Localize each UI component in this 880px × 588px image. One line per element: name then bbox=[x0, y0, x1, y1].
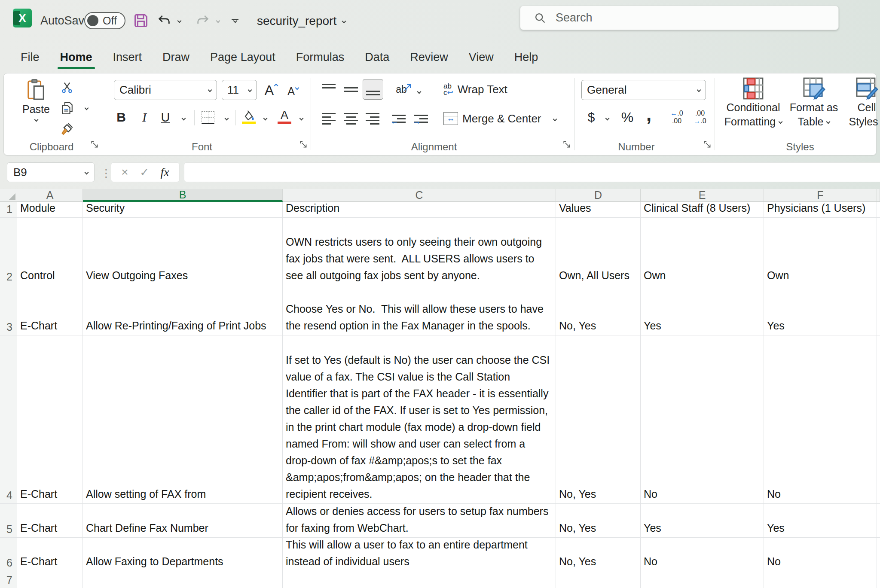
align-center-button[interactable] bbox=[342, 110, 360, 127]
cell-f7[interactable] bbox=[764, 571, 877, 588]
orientation-button[interactable]: ab bbox=[390, 80, 412, 99]
underline-button[interactable]: U bbox=[157, 108, 174, 126]
cell-a7[interactable] bbox=[17, 571, 83, 588]
column-header-d[interactable]: D bbox=[556, 189, 641, 202]
cell-b4[interactable]: Allow setting of FAX from bbox=[83, 335, 283, 504]
font-name-combo[interactable]: Calibri bbox=[114, 80, 217, 100]
borders-dropdown[interactable] bbox=[221, 113, 232, 124]
save-button[interactable] bbox=[131, 10, 150, 31]
accounting-format-button[interactable]: $ bbox=[583, 108, 600, 126]
merge-center-button[interactable]: ↔ Merge & Center bbox=[443, 109, 541, 128]
row-number[interactable]: 5 bbox=[0, 504, 17, 538]
insert-function-button[interactable]: fx bbox=[160, 165, 169, 179]
cell-a1[interactable]: Module bbox=[17, 202, 83, 218]
cell-f3[interactable]: Yes bbox=[764, 285, 877, 335]
bold-button[interactable]: B bbox=[113, 108, 130, 126]
cell-f1[interactable]: Physicians (1 Users) bbox=[764, 202, 877, 218]
decrease-decimal-button[interactable]: .00→.0 bbox=[689, 108, 711, 126]
name-box[interactable]: B9 bbox=[7, 162, 95, 182]
tab-draw[interactable]: Draw bbox=[162, 45, 190, 70]
cell-d2[interactable]: Own, All Users bbox=[556, 218, 641, 285]
cell-d1[interactable]: Values bbox=[556, 202, 641, 218]
row-number[interactable]: 1 bbox=[0, 202, 17, 218]
cell-b2[interactable]: View Outgoing Faxes bbox=[83, 218, 283, 285]
cell-e7[interactable] bbox=[641, 571, 764, 588]
tab-insert[interactable]: Insert bbox=[112, 45, 143, 70]
increase-decimal-button[interactable]: ←.0.00 bbox=[666, 108, 688, 126]
number-dialog-launcher[interactable] bbox=[704, 141, 712, 149]
paste-button[interactable]: Paste bbox=[21, 78, 52, 121]
conditional-formatting-button[interactable]: Conditional Formatting bbox=[722, 76, 785, 129]
format-as-table-button[interactable]: Format as Table bbox=[785, 76, 842, 129]
cell-d6[interactable]: No, Yes bbox=[556, 538, 641, 571]
cell-d3[interactable]: No, Yes bbox=[556, 285, 641, 335]
column-header-e[interactable]: E bbox=[641, 189, 764, 202]
cell-e3[interactable]: Yes bbox=[641, 285, 764, 335]
cell-e1[interactable]: Clinical Staff (8 Users) bbox=[641, 202, 764, 218]
font-dialog-launcher[interactable] bbox=[300, 141, 308, 149]
formula-input[interactable] bbox=[184, 162, 880, 182]
tab-help[interactable]: Help bbox=[513, 45, 539, 70]
decrease-indent-button[interactable]: ← bbox=[389, 110, 408, 127]
cell-d7[interactable] bbox=[556, 571, 641, 588]
tab-page-layout[interactable]: Page Layout bbox=[209, 45, 276, 70]
column-header-f[interactable]: F bbox=[764, 189, 877, 202]
quick-access-toolbar-button[interactable] bbox=[228, 10, 242, 31]
cell-b7[interactable] bbox=[83, 571, 283, 588]
cancel-button[interactable]: × bbox=[121, 165, 128, 179]
fill-color-dropdown[interactable] bbox=[260, 113, 271, 124]
formula-bar-handle[interactable]: ⋮ bbox=[101, 167, 112, 180]
cut-button[interactable] bbox=[58, 80, 76, 95]
font-color-button[interactable]: A bbox=[275, 107, 294, 126]
row-number[interactable]: 3 bbox=[0, 285, 17, 335]
align-left-button[interactable] bbox=[320, 110, 338, 127]
font-size-combo[interactable]: 11 bbox=[222, 80, 257, 100]
percent-style-button[interactable]: % bbox=[618, 108, 637, 126]
redo-dropdown[interactable] bbox=[212, 10, 223, 31]
bottom-align-button[interactable] bbox=[363, 79, 383, 100]
fill-color-button[interactable] bbox=[239, 107, 259, 126]
cell-a4[interactable]: E-Chart bbox=[17, 335, 83, 504]
cell-c3[interactable]: Choose Yes or No. This will allow these … bbox=[283, 285, 556, 335]
cell-f2[interactable]: Own bbox=[764, 218, 877, 285]
redo-button[interactable] bbox=[193, 10, 212, 31]
tab-home[interactable]: Home bbox=[59, 45, 93, 70]
cell-c1[interactable]: Description bbox=[283, 202, 556, 218]
cell-f6[interactable]: No bbox=[764, 538, 877, 571]
borders-button[interactable] bbox=[199, 109, 217, 126]
cell-b6[interactable]: Allow Faxing to Departments bbox=[83, 538, 283, 571]
top-align-button[interactable] bbox=[320, 81, 338, 98]
underline-dropdown[interactable] bbox=[178, 113, 189, 124]
tab-view[interactable]: View bbox=[468, 45, 495, 70]
document-title[interactable]: security_report bbox=[257, 14, 345, 28]
tab-data[interactable]: Data bbox=[364, 45, 390, 70]
increase-indent-button[interactable]: → bbox=[412, 110, 431, 127]
cell-a2[interactable]: Control bbox=[17, 218, 83, 285]
row-number[interactable]: 2 bbox=[0, 218, 17, 285]
cell-f5[interactable]: Yes bbox=[764, 504, 877, 538]
wrap-text-button[interactable]: ab c↩ Wrap Text bbox=[443, 80, 507, 99]
format-painter-button[interactable] bbox=[58, 120, 76, 137]
cell-c5[interactable]: Allows or denies access for users to set… bbox=[283, 504, 556, 538]
cell-b5[interactable]: Chart Define Fax Number bbox=[83, 504, 283, 538]
font-color-dropdown[interactable] bbox=[296, 113, 307, 124]
tab-file[interactable]: File bbox=[20, 45, 40, 70]
clipboard-dialog-launcher[interactable] bbox=[91, 141, 99, 149]
column-header-g-sliver[interactable] bbox=[877, 189, 880, 202]
cell-f4[interactable]: No bbox=[764, 335, 877, 504]
comma-style-button[interactable]: , bbox=[641, 104, 657, 125]
select-all-corner[interactable] bbox=[0, 189, 17, 202]
tab-formulas[interactable]: Formulas bbox=[295, 45, 345, 70]
cell-a5[interactable]: E-Chart bbox=[17, 504, 83, 538]
cell-b3[interactable]: Allow Re-Printing/Faxing of Print Jobs bbox=[83, 285, 283, 335]
undo-dropdown[interactable] bbox=[174, 10, 185, 31]
cell-d5[interactable]: No, Yes bbox=[556, 504, 641, 538]
column-header-a[interactable]: A bbox=[17, 189, 83, 202]
cell-e2[interactable]: Own bbox=[641, 218, 764, 285]
row-number[interactable]: 4 bbox=[0, 335, 17, 504]
cell-e6[interactable]: No bbox=[641, 538, 764, 571]
row-number[interactable]: 7 bbox=[0, 571, 17, 588]
middle-align-button[interactable] bbox=[342, 81, 360, 98]
accounting-format-dropdown[interactable] bbox=[602, 113, 613, 124]
column-header-c[interactable]: C bbox=[283, 189, 556, 202]
